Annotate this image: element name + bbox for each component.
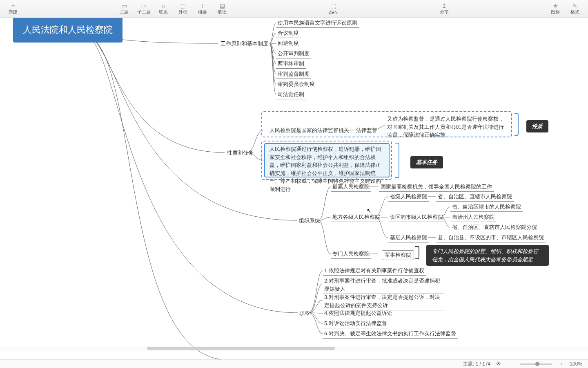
node-branch-proc[interactable]: 省、自治区、直辖市人民检察院分院 — [450, 224, 539, 232]
node-supreme-proc-desc[interactable]: 国家最高检察机关，领导全国人民检察院的工作 — [379, 183, 494, 192]
node-nature-tasks[interactable]: 性质和任务 — [225, 149, 255, 157]
topic-label: 主题 — [120, 9, 129, 15]
note-button[interactable]: ▤ 笔记 — [212, 2, 232, 15]
share-icon: ↥ — [440, 2, 448, 9]
toolbar: ＋ 新建 ▭ 主题 ↦ 子主题 ∩ 联系 ⬚ 外框 ⋮ 概要 ▤ 笔记 — [0, 0, 588, 18]
node-p6[interactable]: 审判监督制度 — [276, 70, 311, 79]
stickers-label: 图标 — [551, 9, 560, 15]
node-power4[interactable]: 4.依照法律规定提起公益诉讼 — [323, 310, 394, 318]
format-label: 格式 — [570, 9, 579, 15]
boundary-icon: ⬚ — [179, 2, 187, 9]
node-provincial-proc-desc[interactable]: 省、自治区、直辖市人民检察院 — [436, 193, 514, 202]
node-region-city-proc[interactable]: 省、自治区辖市的人民检察院 — [450, 203, 523, 212]
node-work-principles[interactable]: 工作原则和基本制度 — [219, 40, 270, 47]
node-power6[interactable]: 6.对判决、裁定等生效法律文书的执行工作实行法律监督 — [323, 330, 458, 339]
brush-icon: ✎ — [571, 2, 579, 9]
zoom-level: 100% — [570, 361, 582, 367]
callout-basic-tasks[interactable]: 基本任务 — [410, 156, 443, 168]
bracket-nature — [514, 113, 519, 136]
summary-label: 概要 — [198, 9, 207, 15]
node-supreme-proc[interactable]: 最高人民检察院 — [331, 183, 371, 192]
subtopic-label: 子主题 — [137, 9, 151, 15]
topic-button[interactable]: ▭ 主题 — [114, 2, 134, 15]
root-topic[interactable]: 人民法院和人民检察院 — [13, 18, 122, 43]
scrollbar-thumb[interactable] — [147, 347, 335, 350]
new-button[interactable]: ＋ 新建 — [3, 2, 23, 15]
zen-label: ZEN — [329, 10, 338, 15]
node-p7[interactable]: 审判委员会制度 — [276, 81, 316, 89]
zen-button[interactable]: ⛶ ZEN — [323, 3, 343, 15]
node-legal-supervision-desc[interactable]: 又称为检察监督，是通过人民检察院行使检察权，对国家机关及其工作人员和公民是否遵守… — [385, 115, 507, 139]
expand-icon: ⛶ — [329, 3, 337, 10]
zoom-handle[interactable] — [535, 362, 539, 366]
node-p8[interactable]: 司法责任制 — [276, 91, 306, 99]
boundary-label: 外框 — [178, 9, 187, 15]
node-basic-proc[interactable]: 基层人民检察院 — [388, 234, 429, 242]
boundary-button[interactable]: ⬚ 外框 — [173, 2, 193, 15]
plus-icon: ＋ — [9, 2, 17, 9]
node-powers[interactable]: 职权 — [298, 310, 312, 317]
node-org-system[interactable]: 组织系统 — [297, 217, 322, 224]
node-power2[interactable]: 2.对刑事案件进行审查，批准或者决定是否逮捕犯罪嫌疑人 — [323, 277, 444, 294]
new-label: 新建 — [9, 9, 18, 15]
node-p1[interactable]: 使用本民族语言文字进行诉讼原则 — [276, 19, 359, 28]
mouse-cursor: ↖ — [367, 207, 372, 214]
star-icon: ★ — [551, 2, 559, 9]
node-auto-prefecture-proc[interactable]: 自治州人民检察院 — [450, 213, 496, 222]
node-district-city-proc[interactable]: 设区的市级人民检察院 — [388, 213, 445, 222]
relation-button[interactable]: ∩ 联系 — [154, 2, 173, 15]
node-p4[interactable]: 公开审判制度 — [276, 50, 311, 58]
bracket-special — [415, 246, 419, 259]
node-military-proc[interactable]: 军事检察院 — [382, 250, 414, 260]
format-button[interactable]: ✎ 格式 — [565, 2, 585, 15]
note-label: 笔记 — [218, 9, 227, 15]
node-p3[interactable]: 回避制度 — [276, 40, 301, 48]
zoom-out-button[interactable]: − — [508, 361, 514, 367]
callout-nature[interactable]: 性质 — [526, 120, 548, 132]
node-power3[interactable]: 3.对刑事案件进行审查，决定是否提起公诉，对决定提起公诉的案件支持公诉 — [323, 293, 444, 310]
share-button[interactable]: ↥ 分享 — [434, 2, 454, 15]
note-icon: ▤ — [218, 2, 226, 9]
stickers-button[interactable]: ★ 图标 — [546, 2, 565, 15]
zoom-in-button[interactable]: + — [558, 361, 564, 367]
horizontal-scrollbar[interactable] — [0, 346, 588, 351]
subtopic-button[interactable]: ↦ 子主题 — [134, 2, 154, 15]
eye-icon[interactable]: 👁 — [496, 361, 503, 367]
node-provincial-proc[interactable]: 省级人民检察院 — [388, 193, 429, 202]
relation-icon: ∩ — [159, 2, 167, 9]
node-legal-supervision[interactable]: 法律监督 — [354, 127, 379, 134]
topic-count: 主题: 1 / 174 — [463, 361, 490, 368]
node-p5[interactable]: 两审终审制 — [276, 60, 306, 69]
node-procuratorate[interactable]: 人民检察院是国家的法律监督机关 — [268, 127, 351, 134]
node-basic-proc-desc[interactable]: 县、自治县、不设区的市、市辖区人民检察院 — [436, 234, 546, 242]
bracket-basic-tasks — [395, 143, 399, 178]
relation-label: 联系 — [159, 9, 168, 15]
status-bar: 主题: 1 / 174 👁 − + 100% — [0, 359, 588, 368]
topic-icon: ▭ — [120, 2, 128, 9]
node-local-proc[interactable]: 地方各级人民检察院 — [331, 213, 382, 222]
node-power5[interactable]: 5.对诉讼活动实行法律监督 — [323, 320, 389, 328]
callout-special-proc[interactable]: 专门人民检察院的设置、组织、职权和检察官任免，由全国人民代表大会常务委员会规定 — [426, 245, 549, 266]
node-special-proc[interactable]: 专门人民检察院 — [331, 250, 371, 259]
node-p2[interactable]: 合议制度 — [276, 29, 301, 38]
subtopic-icon: ↦ — [140, 2, 148, 9]
summary-button[interactable]: ⋮ 概要 — [193, 2, 212, 15]
node-power1[interactable]: 1.依照法律规定对有关刑事案件行使侦查权 — [323, 267, 426, 276]
share-label: 分享 — [440, 9, 449, 15]
summary-icon: ⋮ — [198, 2, 207, 9]
mindmap-canvas[interactable]: 人民法院和人民检察院 工作原则和基本制度 使用本民族语言文字进行诉讼原则 合议制… — [0, 18, 588, 359]
zoom-slider[interactable] — [520, 364, 552, 365]
